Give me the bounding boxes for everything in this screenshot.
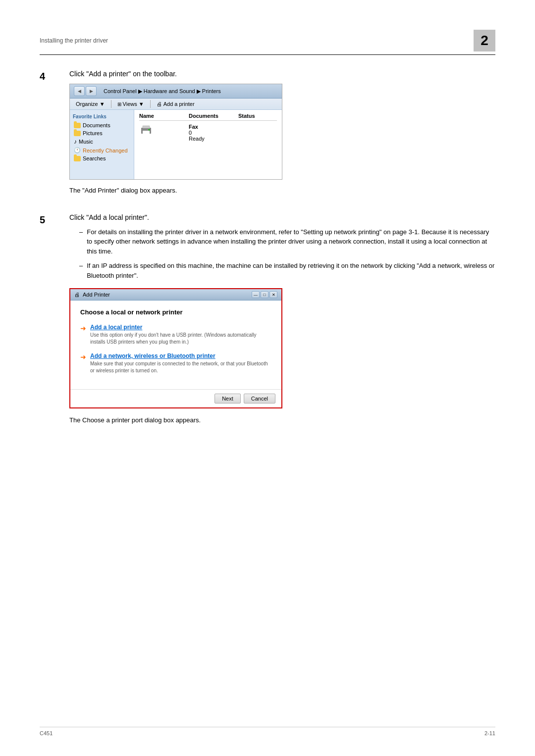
svg-rect-1 bbox=[143, 131, 150, 134]
col-status: Status bbox=[238, 113, 277, 119]
explorer-titlebar-left: ◀ ▶ Control Panel ▶ Hardware and Sound ▶… bbox=[74, 86, 221, 96]
section-title: Installing the printer driver bbox=[40, 37, 108, 44]
bullet-dash-1: – bbox=[79, 227, 83, 256]
views-button[interactable]: ⊞ Views ▼ bbox=[115, 100, 146, 108]
explorer-sidebar: Favorite Links Documents Pictures ♪ Musi… bbox=[70, 110, 134, 179]
step-5-instruction: Click "Add a local printer". bbox=[69, 213, 495, 221]
step-4-content: Click "Add a printer" on the toolbar. ◀ … bbox=[69, 70, 495, 203]
folder-icon-searches bbox=[74, 156, 81, 161]
toolbar-divider-2 bbox=[150, 100, 151, 108]
music-icon: ♪ bbox=[74, 138, 77, 145]
sidebar-section-title: Favorite Links bbox=[73, 114, 131, 119]
sidebar-documents-label: Documents bbox=[83, 122, 110, 128]
option-network-text-block: Add a network, wireless or Bluetooth pri… bbox=[90, 353, 271, 374]
folder-icon-pictures bbox=[74, 131, 81, 136]
nav-buttons: ◀ ▶ bbox=[74, 86, 97, 96]
option-local-text-block: Add a local printer Use this option only… bbox=[90, 324, 271, 346]
sidebar-recently-changed-label: Recently Changed bbox=[83, 148, 128, 153]
step-4-block: 4 Click "Add a printer" on the toolbar. … bbox=[40, 70, 495, 203]
page-footer: C451 2-11 bbox=[40, 727, 495, 736]
sidebar-item-searches[interactable]: Searches bbox=[73, 154, 131, 162]
explorer-main: Name Documents Status bbox=[134, 110, 282, 179]
sidebar-item-pictures[interactable]: Pictures bbox=[73, 129, 131, 137]
bullet-1-text: For details on installing the printer dr… bbox=[87, 227, 495, 256]
forward-button[interactable]: ▶ bbox=[86, 86, 97, 96]
dialog-title-label: Add Printer bbox=[83, 292, 110, 298]
sidebar-music-label: Music bbox=[79, 139, 93, 145]
views-label: Views ▼ bbox=[123, 101, 144, 107]
column-headers: Name Documents Status bbox=[139, 113, 277, 121]
organize-button[interactable]: Organize ▼ bbox=[74, 100, 107, 108]
option-local-title: Add a local printer bbox=[90, 324, 271, 331]
dialog-footer: Next Cancel bbox=[70, 389, 281, 407]
add-printer-dialog-screenshot: 🖨 Add Printer — □ ✕ Choose a local or ne… bbox=[69, 288, 282, 408]
sidebar-pictures-label: Pictures bbox=[83, 130, 103, 136]
sidebar-item-recently-changed[interactable]: 🕐 Recently Changed bbox=[73, 146, 131, 154]
step-4-number: 4 bbox=[40, 70, 69, 203]
svg-rect-2 bbox=[143, 126, 150, 128]
dialog-titlebar: 🖨 Add Printer — □ ✕ bbox=[70, 289, 281, 301]
col-documents: Documents bbox=[189, 113, 238, 119]
option-network-title: Add a network, wireless or Bluetooth pri… bbox=[90, 353, 271, 359]
dialog-body: Choose a local or network printer ➜ Add … bbox=[70, 301, 281, 389]
bullet-dash-2: – bbox=[79, 261, 83, 280]
printer-name: Fax bbox=[189, 124, 205, 130]
printer-icon bbox=[139, 124, 153, 136]
explorer-body: Favorite Links Documents Pictures ♪ Musi… bbox=[70, 110, 282, 179]
option-arrow-1: ➜ bbox=[80, 324, 86, 332]
bullet-2-text: If an IP address is specified on this ma… bbox=[87, 261, 495, 280]
col-name: Name bbox=[139, 113, 189, 119]
svg-point-3 bbox=[149, 129, 150, 131]
organize-label: Organize ▼ bbox=[76, 101, 105, 107]
dialog-maximize-button[interactable]: □ bbox=[261, 291, 268, 298]
printer-status: Ready bbox=[189, 136, 205, 142]
step-5-bullets: – For details on installing the printer … bbox=[79, 227, 495, 281]
step-5-block: 5 Click "Add a local printer". – For det… bbox=[40, 213, 495, 433]
dialog-minimize-button[interactable]: — bbox=[252, 291, 260, 298]
explorer-screenshot: ◀ ▶ Control Panel ▶ Hardware and Sound ▶… bbox=[69, 84, 282, 180]
next-button[interactable]: Next bbox=[214, 394, 241, 403]
footer-right: 2-11 bbox=[484, 730, 495, 736]
bullet-2: – If an IP address is specified on this … bbox=[79, 261, 495, 280]
dialog-close-buttons: — □ ✕ bbox=[252, 291, 277, 298]
step-4-instruction: Click "Add a printer" on the toolbar. bbox=[69, 70, 495, 78]
sidebar-searches-label: Searches bbox=[83, 155, 106, 161]
footer-left: C451 bbox=[40, 730, 53, 736]
printer-documents: 0 bbox=[189, 130, 205, 136]
option-network-desc: Make sure that your computer is connecte… bbox=[90, 360, 271, 374]
option-network-printer[interactable]: ➜ Add a network, wireless or Bluetooth p… bbox=[80, 353, 271, 374]
step-5-content: Click "Add a local printer". – For detai… bbox=[69, 213, 495, 433]
dialog-title-text: 🖨 Add Printer bbox=[74, 292, 110, 298]
option-arrow-2: ➜ bbox=[80, 353, 86, 361]
sidebar-item-music[interactable]: ♪ Music bbox=[73, 137, 131, 146]
back-button[interactable]: ◀ bbox=[74, 86, 85, 96]
printer-icon-area bbox=[139, 124, 189, 136]
toolbar-divider-1 bbox=[111, 100, 111, 108]
step-4-after-text: The "Add Printer" dialog box appears. bbox=[69, 186, 495, 196]
option-local-desc: Use this option only if you don't have a… bbox=[90, 332, 271, 346]
bullet-1: – For details on installing the printer … bbox=[79, 227, 495, 256]
dialog-close-button[interactable]: ✕ bbox=[269, 291, 277, 298]
explorer-toolbar: Organize ▼ ⊞ Views ▼ 🖨 Add a printer bbox=[70, 99, 282, 110]
sidebar-item-documents[interactable]: Documents bbox=[73, 121, 131, 129]
add-printer-label: Add a printer bbox=[163, 101, 195, 107]
printer-row: Fax 0 Ready bbox=[139, 123, 277, 143]
page-number: 2 bbox=[474, 30, 495, 51]
dialog-heading: Choose a local or network printer bbox=[80, 308, 271, 316]
explorer-titlebar: ◀ ▶ Control Panel ▶ Hardware and Sound ▶… bbox=[70, 84, 282, 99]
cancel-button[interactable]: Cancel bbox=[244, 394, 275, 403]
printer-details: Fax 0 Ready bbox=[189, 124, 205, 142]
clock-icon: 🕐 bbox=[74, 147, 81, 153]
step-5-after-text: The Choose a printer port dialog box app… bbox=[69, 415, 495, 425]
add-printer-button[interactable]: 🖨 Add a printer bbox=[155, 100, 197, 108]
breadcrumb-text: Control Panel ▶ Hardware and Sound ▶ Pri… bbox=[104, 88, 221, 95]
step-5-number: 5 bbox=[40, 213, 69, 433]
option-local-printer[interactable]: ➜ Add a local printer Use this option on… bbox=[80, 324, 271, 346]
folder-icon-documents bbox=[74, 123, 81, 128]
